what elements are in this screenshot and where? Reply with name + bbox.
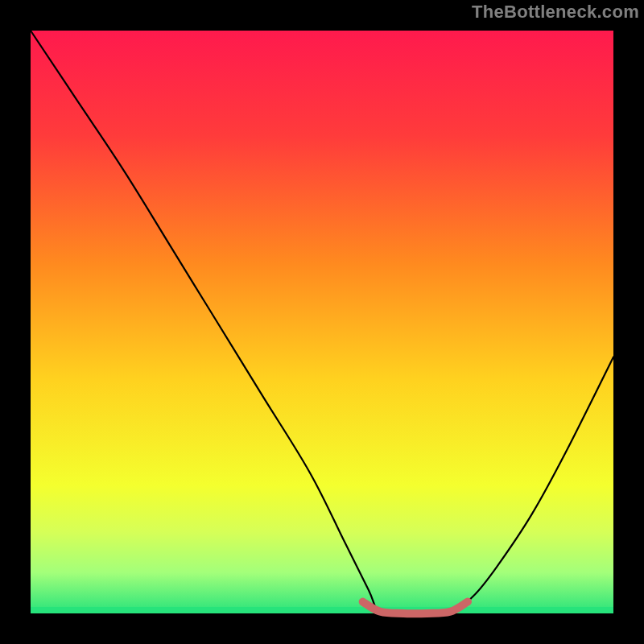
chart-background xyxy=(31,31,613,613)
watermark-text: TheBottleneck.com xyxy=(472,2,639,23)
bottleneck-chart xyxy=(0,0,644,644)
chart-bottom-band xyxy=(31,607,613,613)
chart-stage: TheBottleneck.com xyxy=(0,0,644,644)
